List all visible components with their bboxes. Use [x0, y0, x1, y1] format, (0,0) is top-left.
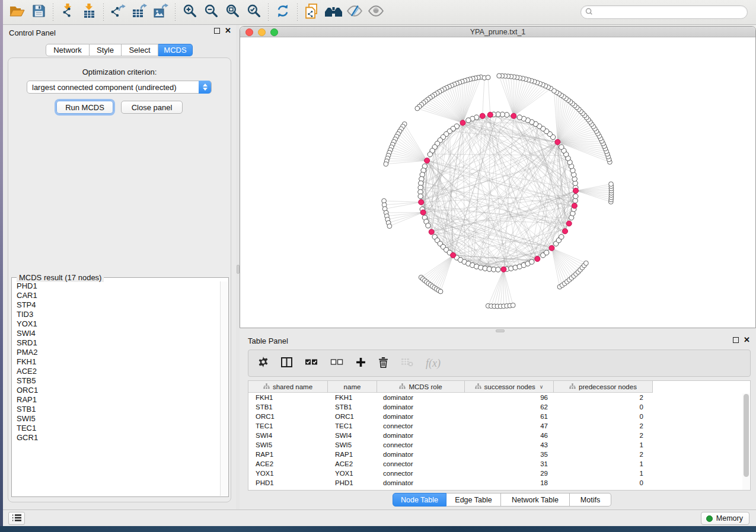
- search-input[interactable]: [593, 7, 747, 18]
- cell-predecessor-nodes[interactable]: 1: [554, 469, 653, 478]
- mcds-node[interactable]: [563, 229, 568, 234]
- float-panel-icon[interactable]: [214, 28, 220, 34]
- export-image-button[interactable]: [150, 3, 171, 22]
- mcds-node-item[interactable]: GCR1: [12, 433, 220, 443]
- zoom-fit-button[interactable]: [222, 3, 243, 22]
- cell-successor-nodes[interactable]: 62: [465, 402, 554, 412]
- cell-predecessor-nodes[interactable]: 1: [554, 459, 653, 469]
- cell-name[interactable]: PHD1: [328, 478, 377, 488]
- tab-network-table[interactable]: Network Table: [501, 493, 570, 507]
- mcds-node[interactable]: [425, 158, 430, 164]
- cell-predecessor-nodes[interactable]: 2: [554, 450, 653, 459]
- mcds-node-item[interactable]: PHD1: [12, 281, 220, 291]
- cell-mcds-role[interactable]: connector: [377, 440, 465, 450]
- zoom-in-button[interactable]: [179, 3, 200, 22]
- mcds-node-item[interactable]: YOX1: [12, 319, 220, 329]
- mcds-node-item[interactable]: TEC1: [12, 424, 220, 433]
- table-scrollbar[interactable]: [742, 393, 749, 490]
- open-file-button[interactable]: [7, 3, 28, 22]
- tab-edge-table[interactable]: Edge Table: [446, 493, 501, 507]
- tab-style[interactable]: Style: [90, 44, 122, 56]
- close-panel-button[interactable]: Close panel: [121, 101, 183, 114]
- cell-shared-name[interactable]: FKH1: [248, 393, 328, 402]
- cell-mcds-role[interactable]: dominator: [377, 412, 465, 421]
- cell-successor-nodes[interactable]: 43: [465, 440, 554, 450]
- cell-shared-name[interactable]: STB1: [248, 402, 328, 412]
- add-column-button[interactable]: [356, 357, 366, 370]
- table-row[interactable]: ORC1ORC1dominator610: [248, 412, 742, 421]
- show-graphics-details-button[interactable]: [365, 3, 387, 22]
- mcds-node[interactable]: [549, 245, 554, 251]
- mcds-node[interactable]: [429, 229, 434, 235]
- cell-predecessor-nodes[interactable]: 2: [554, 421, 653, 431]
- cell-mcds-role[interactable]: dominator: [377, 402, 465, 412]
- cell-mcds-role[interactable]: dominator: [377, 393, 465, 402]
- zoom-out-button[interactable]: [200, 3, 222, 22]
- table-row[interactable]: YOX1YOX1connector291: [248, 469, 742, 478]
- cell-predecessor-nodes[interactable]: 2: [554, 431, 653, 440]
- vertical-splitter-handle[interactable]: [237, 265, 240, 274]
- cell-name[interactable]: ACE2: [328, 459, 377, 469]
- cell-successor-nodes[interactable]: 29: [465, 469, 554, 478]
- cell-name[interactable]: ORC1: [328, 412, 377, 421]
- cell-successor-nodes[interactable]: 46: [465, 431, 554, 440]
- cell-successor-nodes[interactable]: 61: [465, 412, 554, 421]
- tab-node-table[interactable]: Node Table: [393, 493, 446, 507]
- cell-name[interactable]: YOX1: [328, 469, 377, 478]
- cell-predecessor-nodes[interactable]: 0: [554, 412, 653, 421]
- table-row[interactable]: FKH1FKH1dominator962: [248, 393, 742, 402]
- column-header-successor-nodes[interactable]: successor nodes∨: [465, 381, 554, 393]
- table-settings-button[interactable]: [258, 357, 269, 370]
- cell-shared-name[interactable]: TEC1: [248, 421, 328, 431]
- mcds-node[interactable]: [566, 221, 572, 226]
- mcds-node-item[interactable]: STB5: [12, 376, 220, 386]
- table-scrollbar-thumb[interactable]: [744, 394, 749, 477]
- memory-button[interactable]: Memory: [701, 512, 749, 525]
- split-panel-button[interactable]: [281, 357, 292, 370]
- delete-columns-button[interactable]: [378, 357, 388, 370]
- tab-motifs[interactable]: Motifs: [570, 493, 611, 507]
- cell-successor-nodes[interactable]: 35: [465, 450, 554, 459]
- close-panel-icon[interactable]: ✕: [225, 28, 231, 34]
- cell-mcds-role[interactable]: connector: [377, 459, 465, 469]
- mcds-node-item[interactable]: STP4: [12, 300, 220, 310]
- mcds-node[interactable]: [501, 267, 506, 272]
- float-table-panel-icon[interactable]: [733, 337, 739, 343]
- run-mcds-button[interactable]: Run MCDS: [56, 101, 113, 114]
- table-row[interactable]: STB1STB1dominator620: [248, 402, 742, 412]
- cell-predecessor-nodes[interactable]: 0: [554, 478, 653, 488]
- cell-name[interactable]: SWI4: [328, 431, 377, 440]
- tab-network[interactable]: Network: [46, 44, 90, 56]
- cell-successor-nodes[interactable]: 47: [465, 421, 554, 431]
- cell-shared-name[interactable]: PHD1: [248, 478, 328, 488]
- mcds-node-item[interactable]: SRD1: [12, 338, 220, 348]
- table-row[interactable]: RAP1RAP1dominator352: [248, 450, 742, 459]
- horizontal-splitter-handle[interactable]: [496, 329, 505, 332]
- cell-predecessor-nodes[interactable]: 2: [554, 393, 653, 402]
- task-history-button[interactable]: [8, 512, 25, 525]
- tab-select[interactable]: Select: [122, 44, 158, 56]
- tab-mcds[interactable]: MCDS: [158, 44, 193, 56]
- cell-shared-name[interactable]: RAP1: [248, 450, 328, 459]
- cell-successor-nodes[interactable]: 31: [465, 459, 554, 469]
- mcds-node-item[interactable]: SWI5: [12, 414, 220, 424]
- clone-network-button[interactable]: [301, 3, 323, 22]
- column-header-shared-name[interactable]: shared name: [248, 381, 328, 393]
- select-all-rows-button[interactable]: [305, 358, 318, 368]
- table-row[interactable]: SWI4SWI4dominator462: [248, 431, 742, 440]
- cell-predecessor-nodes[interactable]: 1: [554, 440, 653, 450]
- mcds-node[interactable]: [573, 188, 579, 193]
- mcds-node[interactable]: [480, 113, 485, 118]
- close-table-panel-icon[interactable]: ✕: [744, 337, 750, 343]
- cell-mcds-role[interactable]: dominator: [377, 450, 465, 459]
- mcds-node[interactable]: [460, 120, 465, 126]
- table-row[interactable]: ACE2ACE2connector311: [248, 459, 742, 469]
- cell-shared-name[interactable]: SWI4: [248, 431, 328, 440]
- cell-name[interactable]: SWI5: [328, 440, 377, 450]
- cell-name[interactable]: FKH1: [328, 393, 377, 402]
- column-header-predecessor-nodes[interactable]: predecessor nodes: [554, 381, 653, 393]
- network-canvas[interactable]: [240, 37, 755, 328]
- mcds-node-item[interactable]: PMA2: [12, 348, 220, 357]
- cell-shared-name[interactable]: ORC1: [248, 412, 328, 421]
- cell-shared-name[interactable]: ACE2: [248, 459, 328, 469]
